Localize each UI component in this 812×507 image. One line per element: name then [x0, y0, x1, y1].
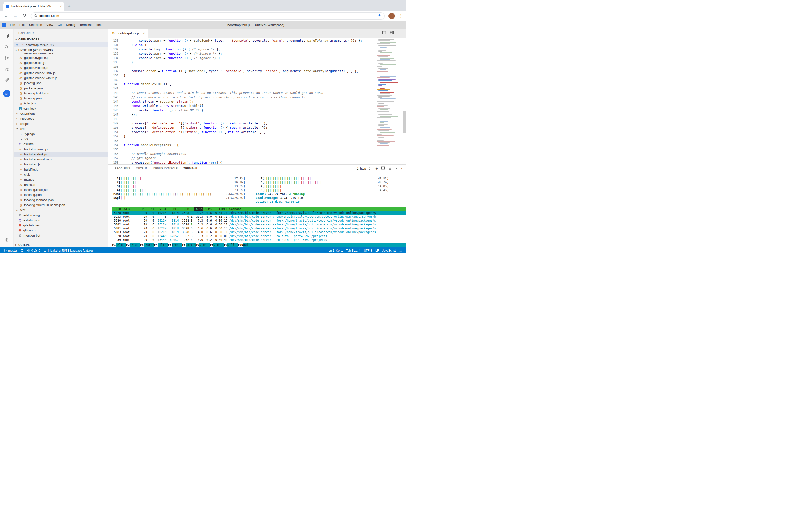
terminal-select[interactable]: 1: htop: [355, 166, 372, 171]
file-tree-item[interactable]: {}tslint.json: [13, 101, 108, 106]
code-line[interactable]: 157 // @ts-ignore: [108, 156, 375, 160]
split-editor-icon[interactable]: [382, 31, 386, 36]
code-line[interactable]: 137 console.error = function () { safeSe…: [108, 69, 375, 73]
file-tree-item[interactable]: .eslintrc: [13, 142, 108, 147]
close-icon[interactable]: ×: [143, 32, 145, 35]
file-tree-item[interactable]: JSgulpfile.vscode.linux.js: [13, 70, 108, 75]
file-tree-item[interactable]: {}jsconfig.json: [13, 80, 108, 86]
code-editor[interactable]: 130 console.warn = function () { safeSen…: [108, 38, 406, 165]
file-tree-item[interactable]: {}tsconfig.monaco.json: [13, 198, 108, 203]
folder-tree-item[interactable]: ▸resources: [13, 116, 108, 121]
file-tree-item[interactable]: {}package.json: [13, 86, 108, 91]
code-line[interactable]: 151 process['__defineGetter__']('stdin',…: [108, 130, 375, 134]
code-line[interactable]: 145 const writable = new stream.Writable…: [108, 104, 375, 108]
layout-icon[interactable]: [390, 31, 394, 36]
outline-header[interactable]: ▸ OUTLINE: [13, 242, 108, 247]
code-line[interactable]: 135 }: [108, 60, 375, 65]
code-line[interactable]: 132 console.log = function () { /* ignor…: [108, 47, 375, 52]
code-line[interactable]: 139: [108, 78, 375, 82]
file-tree-item[interactable]: JScli.js: [13, 172, 108, 177]
menu-go[interactable]: Go: [55, 21, 64, 29]
folder-tree-item[interactable]: ▸vs: [13, 136, 108, 142]
code-line[interactable]: 133 console.warn = function () { /* igno…: [108, 52, 375, 56]
problems-indicator[interactable]: 0 0: [25, 247, 42, 253]
file-tree-item[interactable]: .gitignore: [13, 228, 108, 233]
maximize-panel-icon[interactable]: [394, 167, 397, 170]
folder-tree-item[interactable]: ▸test: [13, 208, 108, 213]
file-tree-item[interactable]: JSgulpfile.mixin.js: [13, 60, 108, 65]
code-line[interactable]: 149 process['__defineGetter__']('stdout'…: [108, 121, 375, 125]
panel-tab-debug-console[interactable]: DEBUG CONSOLE: [150, 165, 181, 172]
settings-gear-icon[interactable]: [0, 234, 13, 245]
code-line[interactable]: 156 // Handle uncaught exceptions: [108, 152, 375, 156]
url-text[interactable]: ide.coder.com: [40, 14, 59, 18]
file-tree-item[interactable]: {}tsconfig.strictNullChecks.json: [13, 203, 108, 208]
new-terminal-icon[interactable]: +: [375, 167, 378, 171]
eol-sequence[interactable]: LF: [374, 249, 380, 252]
extensions-icon[interactable]: [0, 75, 13, 86]
file-tree-item[interactable]: .eslintrc.json: [13, 218, 108, 223]
folder-tree-item[interactable]: ▸extensions: [13, 111, 108, 116]
fkey-action[interactable]: Filter: [158, 243, 168, 247]
menu-edit[interactable]: Edit: [17, 21, 27, 29]
file-tree-item[interactable]: .gitattributes: [13, 223, 108, 228]
panel-tab-problems[interactable]: PROBLEMS: [112, 165, 133, 172]
code-line[interactable]: 158 process.on('uncaughtException', func…: [108, 160, 375, 165]
menu-selection[interactable]: Selection: [27, 21, 44, 29]
code-line[interactable]: 147 });: [108, 112, 375, 117]
code-line[interactable]: 140function disableSTDIO() {: [108, 82, 375, 87]
code-line[interactable]: 155: [108, 147, 375, 152]
collaboration-off-badge[interactable]: Off: [3, 90, 10, 97]
file-tree-item[interactable]: JSbootstrap-window.js: [13, 157, 108, 162]
code-line[interactable]: 131 } else {: [108, 43, 375, 47]
code-line[interactable]: 142 // const stdout, stderr and stdin be…: [108, 91, 375, 95]
close-tab-icon[interactable]: ×: [60, 4, 62, 8]
code-line[interactable]: 138}: [108, 73, 375, 78]
indentation[interactable]: Tab Size: 4: [345, 249, 362, 252]
code-line[interactable]: 153: [108, 138, 375, 143]
avatar[interactable]: [388, 13, 395, 19]
branch-indicator[interactable]: master: [2, 247, 19, 253]
file-tree-item[interactable]: yyarn.lock: [13, 106, 108, 111]
code-line[interactable]: 136: [108, 65, 375, 69]
more-actions-icon[interactable]: ···: [398, 31, 402, 35]
file-tree-item[interactable]: JSgulpfile.extensions.js: [13, 53, 108, 55]
editor-tab[interactable]: JS bootstrap-fork.js ×: [108, 29, 148, 38]
file-tree-item[interactable]: JSgulpfile.vscode.win32.js: [13, 75, 108, 80]
file-tree-item[interactable]: JSbuildfile.js: [13, 167, 108, 172]
split-terminal-icon[interactable]: [381, 166, 385, 171]
file-tree-item[interactable]: {}tsconfig.base.json: [13, 187, 108, 192]
notifications-bell[interactable]: [397, 249, 404, 252]
menu-terminal[interactable]: Terminal: [77, 21, 93, 29]
code-line[interactable]: 144 const stream = require('stream');: [108, 99, 375, 104]
menu-view[interactable]: View: [44, 21, 55, 29]
fkey-action[interactable]: Tree: [172, 243, 182, 247]
panel-tab-output[interactable]: OUTPUT: [133, 165, 150, 172]
code-line[interactable]: 134 console.info = function () { /* igno…: [108, 56, 375, 60]
file-tree-item[interactable]: JSpaths.js: [13, 182, 108, 187]
file-tree-item[interactable]: .editorconfig: [13, 213, 108, 218]
terminal[interactable]: 1[||||||||||||17.8%]2[|||||||||||16.1%]3…: [108, 172, 406, 247]
code-line[interactable]: 143 // error when we are inside a forked…: [108, 95, 375, 99]
debug-icon[interactable]: [0, 64, 13, 75]
code-line[interactable]: 154function handleExceptions() {: [108, 143, 375, 147]
file-tree-item[interactable]: {}tsconfig.build.json: [13, 91, 108, 96]
folder-tree-item[interactable]: ▾src: [13, 126, 108, 131]
menu-help[interactable]: Help: [94, 21, 105, 29]
back-icon[interactable]: ←: [3, 13, 9, 18]
fkey-action[interactable]: Nice -: [199, 243, 210, 247]
search-icon[interactable]: [0, 42, 13, 53]
open-editor-item[interactable]: ×JSbootstrap-fork.jssrc: [13, 42, 108, 47]
file-tree-item[interactable]: JSbootstrap-fork.js: [13, 152, 108, 157]
file-tree-item[interactable]: {}tsconfig.json: [13, 96, 108, 101]
code-line[interactable]: 152}: [108, 134, 375, 138]
encoding[interactable]: UTF-8: [362, 249, 374, 252]
file-tree-item[interactable]: JSbootstrap-amd.js: [13, 147, 108, 152]
folder-tree-item[interactable]: ▸typings: [13, 131, 108, 136]
source-control-icon[interactable]: [0, 53, 13, 64]
bookmark-star-icon[interactable]: [378, 13, 381, 18]
fkey-action[interactable]: SortBy: [186, 243, 196, 247]
reload-icon[interactable]: [22, 13, 27, 18]
code-area[interactable]: 130 console.warn = function () { safeSen…: [108, 38, 375, 165]
code-line[interactable]: 150 process['__defineGetter__']('stderr'…: [108, 125, 375, 130]
